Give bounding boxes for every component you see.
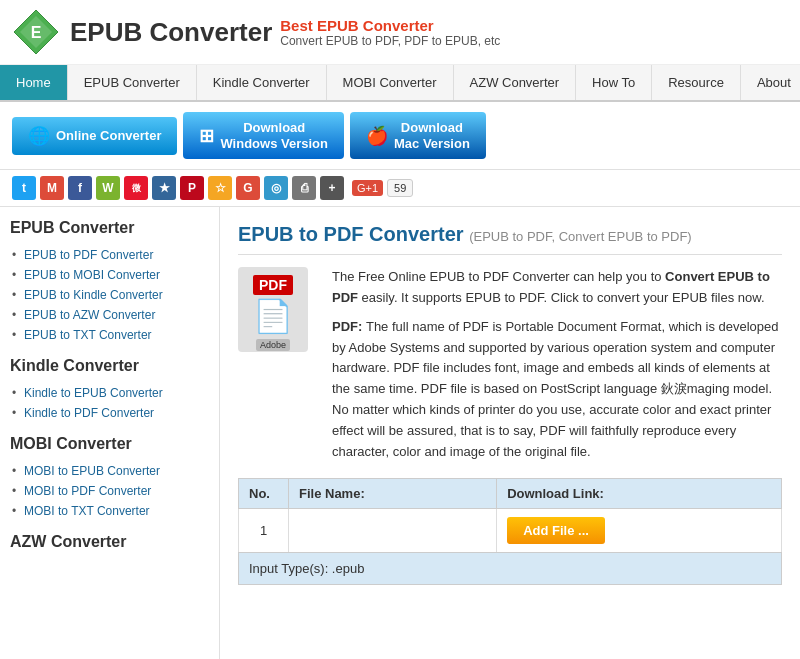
main-layout: EPUB Converter EPUB to PDF Converter EPU… <box>0 207 800 659</box>
row-no: 1 <box>239 509 289 553</box>
toolbar: 🌐 Online Converter ⊞ Download Windows Ve… <box>0 102 800 170</box>
file-table: No. File Name: Download Link: 1 Add File… <box>238 478 782 553</box>
tagline-title: Best EPUB Converter <box>280 17 500 34</box>
nav-azw-converter[interactable]: AZW Converter <box>454 65 577 100</box>
col-filename: File Name: <box>289 479 497 509</box>
nav-resource[interactable]: Resource <box>652 65 741 100</box>
main-content: EPUB to PDF Converter (EPUB to PDF, Conv… <box>220 207 800 659</box>
sidebar-azw-title: AZW Converter <box>10 533 209 551</box>
nav-home[interactable]: Home <box>0 65 68 100</box>
download-mac-button[interactable]: 🍎 Download Mac Version <box>350 112 486 159</box>
facebook-icon[interactable]: f <box>68 176 92 200</box>
more-icon[interactable]: + <box>320 176 344 200</box>
header-tagline: Best EPUB Converter Convert EPUB to PDF,… <box>280 17 500 48</box>
sidebar-item-epub-mobi[interactable]: EPUB to MOBI Converter <box>10 265 209 285</box>
sidebar-epub-title: EPUB Converter <box>10 219 209 237</box>
twitter-icon[interactable]: t <box>12 176 36 200</box>
sidebar-item-epub-kindle[interactable]: EPUB to Kindle Converter <box>10 285 209 305</box>
pinterest-icon[interactable]: P <box>180 176 204 200</box>
page-header: E EPUB Converter Best EPUB Converter Con… <box>0 0 800 65</box>
social-bar: t M f W 微 ★ P ☆ G ◎ ⎙ + G+1 59 <box>0 170 800 207</box>
online-converter-button[interactable]: 🌐 Online Converter <box>12 117 177 155</box>
sidebar-item-epub-pdf[interactable]: EPUB to PDF Converter <box>10 245 209 265</box>
sidebar: EPUB Converter EPUB to PDF Converter EPU… <box>0 207 220 659</box>
nav-icon[interactable]: ◎ <box>264 176 288 200</box>
logo-text: EPUB Converter <box>70 17 272 48</box>
svg-text:E: E <box>31 24 42 41</box>
sidebar-item-epub-txt[interactable]: EPUB to TXT Converter <box>10 325 209 345</box>
main-nav: Home EPUB Converter Kindle Converter MOB… <box>0 65 800 102</box>
sidebar-mobi-title: MOBI Converter <box>10 435 209 453</box>
star-icon[interactable]: ★ <box>152 176 176 200</box>
sidebar-item-epub-azw[interactable]: EPUB to AZW Converter <box>10 305 209 325</box>
nav-howto[interactable]: How To <box>576 65 652 100</box>
gplus-count[interactable]: 59 <box>387 179 413 197</box>
row-action: Add File ... <box>497 509 782 553</box>
nav-about[interactable]: About <box>741 65 800 100</box>
pdf-icon-block: PDF 📄 Adobe <box>238 267 318 357</box>
nav-kindle-converter[interactable]: Kindle Converter <box>197 65 327 100</box>
star-outline-icon[interactable]: ☆ <box>208 176 232 200</box>
input-type-label: Input Type(s): .epub <box>238 552 782 585</box>
weibo-icon[interactable]: 微 <box>124 176 148 200</box>
page-title: EPUB to PDF Converter (EPUB to PDF, Conv… <box>238 223 782 255</box>
nav-mobi-converter[interactable]: MOBI Converter <box>327 65 454 100</box>
print-icon[interactable]: ⎙ <box>292 176 316 200</box>
sidebar-item-mobi-pdf[interactable]: MOBI to PDF Converter <box>10 481 209 501</box>
intro-description: The Free Online EPUB to PDF Converter ca… <box>332 267 782 462</box>
sidebar-kindle-title: Kindle Converter <box>10 357 209 375</box>
mac-icon: 🍎 <box>366 125 388 147</box>
sidebar-item-kindle-epub[interactable]: Kindle to EPUB Converter <box>10 383 209 403</box>
add-file-button[interactable]: Add File ... <box>507 517 605 544</box>
converter-intro: PDF 📄 Adobe The Free Online EPUB to PDF … <box>238 267 782 462</box>
sidebar-item-mobi-txt[interactable]: MOBI to TXT Converter <box>10 501 209 521</box>
sidebar-item-mobi-epub[interactable]: MOBI to EPUB Converter <box>10 461 209 481</box>
tagline-sub: Convert EPUB to PDF, PDF to EPUB, etc <box>280 34 500 48</box>
gplus-badge[interactable]: G+1 <box>352 180 383 196</box>
download-windows-button[interactable]: ⊞ Download Windows Version <box>183 112 344 159</box>
logo-icon: E <box>12 8 60 56</box>
sidebar-item-kindle-pdf[interactable]: Kindle to PDF Converter <box>10 403 209 423</box>
wechat-icon[interactable]: W <box>96 176 120 200</box>
windows-icon: ⊞ <box>199 125 214 147</box>
globe-icon: 🌐 <box>28 125 50 147</box>
table-row: 1 Add File ... <box>239 509 782 553</box>
row-filename <box>289 509 497 553</box>
page-subtitle: (EPUB to PDF, Convert EPUB to PDF) <box>469 229 692 244</box>
nav-epub-converter[interactable]: EPUB Converter <box>68 65 197 100</box>
col-download: Download Link: <box>497 479 782 509</box>
gmail-icon[interactable]: M <box>40 176 64 200</box>
col-no: No. <box>239 479 289 509</box>
googleplus-icon[interactable]: G <box>236 176 260 200</box>
pdf-icon: PDF 📄 Adobe <box>238 267 308 352</box>
